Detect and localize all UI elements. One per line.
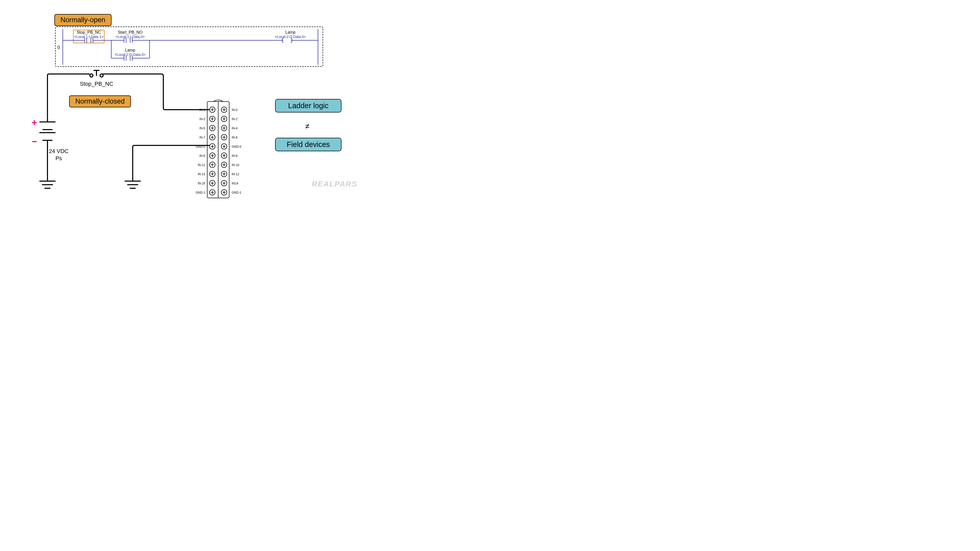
- svg-point-92: [221, 162, 227, 168]
- svg-point-47: [210, 116, 215, 122]
- term-gnd-1-l: GND-1: [193, 191, 205, 194]
- svg-point-80: [221, 125, 227, 131]
- term-in-0: IN-0: [232, 108, 238, 112]
- badge-ladder-logic: Ladder logic: [275, 99, 342, 113]
- term-in-3: IN-3: [195, 118, 205, 121]
- term-in-10: IN-10: [232, 163, 239, 167]
- svg-point-65: [210, 171, 215, 177]
- term-in-15: IN-15: [194, 182, 205, 185]
- svg-point-77: [221, 116, 227, 122]
- svg-point-27: [90, 74, 93, 77]
- badge-normally-open: Normally-open: [54, 14, 111, 26]
- term-in-6: IN-6: [232, 136, 238, 139]
- ladder-seal-addr: <Local:2:O.Data.0>: [112, 52, 148, 57]
- term-in-1: IN-1: [195, 108, 205, 112]
- svg-point-74: [221, 107, 227, 113]
- term-gnd-0-r: GND-0: [232, 145, 241, 148]
- svg-point-62: [210, 162, 215, 168]
- ps-name-label: Ps: [46, 155, 72, 162]
- term-in-14: IN14: [232, 182, 238, 185]
- ladder-start-addr: <Local:1:I.Data.0>: [112, 35, 148, 39]
- svg-rect-42: [207, 102, 229, 198]
- svg-point-89: [221, 153, 227, 159]
- term-in-7: IN-7: [195, 136, 205, 139]
- svg-point-71: [210, 189, 215, 195]
- badge-normally-closed: Normally-closed: [69, 95, 131, 107]
- not-equal-symbol: ≠: [305, 122, 309, 130]
- term-in-12: IN-12: [232, 172, 239, 176]
- svg-point-68: [210, 180, 215, 186]
- svg-point-50: [210, 125, 215, 131]
- term-in-13: IN-13: [194, 172, 205, 176]
- term-gnd-1-r: GND-1: [232, 191, 241, 194]
- term-in-2: IN-2: [232, 118, 238, 121]
- svg-point-86: [221, 144, 227, 149]
- svg-point-56: [210, 144, 215, 149]
- ladder-start-tag: Start_PB_NO: [112, 30, 148, 35]
- svg-point-95: [221, 171, 227, 177]
- svg-point-83: [221, 135, 227, 140]
- svg-point-101: [221, 189, 227, 195]
- ps-plus-icon: +: [32, 118, 37, 128]
- ps-voltage-label: 24 VDC: [46, 148, 72, 155]
- highlight-stop-contact: [73, 30, 105, 43]
- brand-logo: REALPARS: [312, 179, 357, 188]
- ladder-lamp-addr: <Local:2:O.Data.0>: [272, 35, 308, 39]
- svg-point-44: [210, 107, 215, 113]
- badge-field-devices: Field devices: [275, 138, 342, 151]
- svg-point-28: [100, 74, 103, 77]
- term-in-8: IN-8: [232, 154, 238, 158]
- ladder-seal-tag: Lamp: [112, 48, 148, 52]
- switch-label: Stop_PB_NC: [80, 81, 113, 87]
- ladder-lamp-tag: Lamp: [272, 30, 308, 35]
- svg-point-98: [221, 180, 227, 186]
- term-gnd-0-l: GND-0: [194, 145, 205, 148]
- term-in-5: IN-5: [195, 127, 205, 130]
- svg-point-53: [210, 135, 215, 140]
- term-in-4: IN-4: [232, 127, 238, 130]
- ps-minus-icon: −: [32, 136, 37, 147]
- term-in-11: IN-11: [194, 163, 205, 167]
- rung-number: 0: [57, 45, 60, 50]
- svg-point-59: [210, 153, 215, 159]
- term-in-9: IN-9: [195, 154, 205, 158]
